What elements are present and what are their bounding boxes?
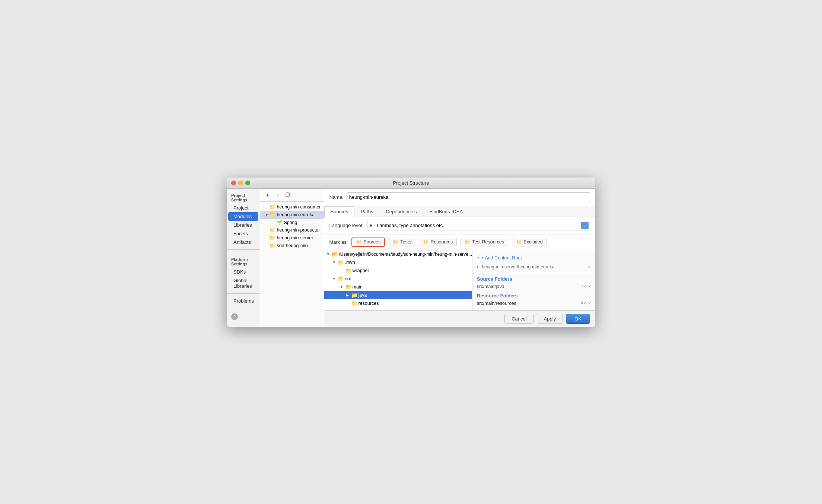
source-folder-entry: src/main/java P× × <box>477 283 591 290</box>
name-row: Name: <box>324 189 596 206</box>
project-structure-window: Project Structure Project Settings Proje… <box>227 178 595 327</box>
right-info-panel: + + Add Content Root /...heung-min-serve… <box>472 250 595 310</box>
sidebar-item-facets[interactable]: Facets <box>227 229 260 238</box>
tree-item-server-label: heung-min-server <box>277 235 313 240</box>
ftree-mvn-label: .mvn <box>345 260 355 265</box>
resource-folder-entry: src/main/resources P× × <box>477 300 591 307</box>
ftree-src-icon: 📁 <box>338 276 344 282</box>
add-content-root-button[interactable]: + + Add Content Root <box>477 254 591 262</box>
platform-settings-label: Platform Settings <box>227 253 260 268</box>
project-settings-label: Project Settings <box>227 189 260 204</box>
help-icon[interactable]: ? <box>231 313 238 320</box>
ftree-src[interactable]: ▼ 📁 src <box>324 275 472 283</box>
resource-folder-edit-button[interactable]: P× <box>580 301 586 306</box>
sidebar-item-problems[interactable]: Problems <box>227 297 260 305</box>
ftree-resources-icon: 📁 <box>351 300 357 306</box>
resource-folder-path: src/main/resources <box>477 301 516 306</box>
sidebar-bottom: ? <box>227 310 260 323</box>
module-toolbar: + − <box>260 189 324 202</box>
tree-item-productor[interactable]: 📁 heung-min-productor <box>260 226 324 234</box>
tree-item-consumer[interactable]: 📁 heung-min-consumer <box>260 203 324 211</box>
tree-item-spring[interactable]: 🌱 Spring <box>260 219 324 226</box>
tree-arrow-eureka: ▼ <box>265 213 269 217</box>
ftree-root-label: /Users/yejielin/Documents/study/son-heun… <box>339 252 472 257</box>
file-tree-panel: ▼ 📂 /Users/yejielin/Documents/study/son-… <box>324 250 473 310</box>
content-root-path-label: /...heung-min-server/heung-min-eureka <box>477 264 554 269</box>
ftree-root-arrow: ▼ <box>326 252 332 256</box>
remove-module-button[interactable]: − <box>274 191 282 199</box>
folder-icon: 📁 <box>269 204 275 210</box>
content-root-close-button[interactable]: × <box>588 264 591 270</box>
language-select[interactable]: 3 - Enums, for-each statement 5 - Enums,… <box>367 221 590 230</box>
close-button[interactable] <box>231 181 236 185</box>
excluded-btn-label: Excluded <box>523 239 542 245</box>
ftree-root-icon: 📂 <box>332 251 338 257</box>
sidebar-item-project[interactable]: Project <box>227 204 260 212</box>
svg-rect-1 <box>286 193 289 196</box>
source-folder-remove-button[interactable]: × <box>588 284 591 289</box>
tab-findbugs[interactable]: FindBugs-IDEA <box>423 206 469 217</box>
mark-sources-button[interactable]: 📁 Sources <box>351 237 385 247</box>
mark-test-resources-button[interactable]: 📁 Test Resources <box>461 238 508 246</box>
folder-icon-server: 📁 <box>269 235 275 241</box>
split-pane: ▼ 📂 /Users/yejielin/Documents/study/son-… <box>324 250 596 310</box>
ftree-mvn-arrow: ▼ <box>332 260 338 264</box>
language-select-wrapper: 3 - Enums, for-each statement 5 - Enums,… <box>367 221 590 230</box>
folder-icon-productor: 📁 <box>269 227 275 233</box>
sources-btn-label: Sources <box>363 239 380 245</box>
resource-folder-remove-button[interactable]: × <box>588 301 591 306</box>
tab-sources[interactable]: Sources <box>324 206 355 217</box>
resource-folders-label: Resource Folders <box>477 293 591 299</box>
sidebar-item-artifacts[interactable]: Artifacts <box>227 238 260 246</box>
sidebar-item-global-libraries[interactable]: Global Libraries <box>227 276 260 290</box>
ftree-mvn-icon: 📁 <box>338 259 344 265</box>
folder-icon-son: 📁 <box>269 243 275 249</box>
ftree-root[interactable]: ▼ 📂 /Users/yejielin/Documents/study/son-… <box>324 250 472 258</box>
traffic-lights <box>231 181 250 185</box>
tree-item-spring-label: Spring <box>284 220 297 225</box>
ftree-wrapper[interactable]: 📁 wrapper <box>324 267 472 275</box>
copy-icon <box>286 192 291 198</box>
copy-module-button[interactable] <box>284 191 292 199</box>
tab-dependencies[interactable]: Dependencies <box>379 206 423 217</box>
excluded-folder-icon: 📁 <box>516 239 522 245</box>
sidebar-item-sdks[interactable]: SDKs <box>227 268 260 276</box>
ftree-src-label: src <box>345 276 351 281</box>
maximize-button[interactable] <box>245 181 250 185</box>
mark-excluded-button[interactable]: 📁 Excluded <box>512 238 547 246</box>
mark-resources-button[interactable]: 📁 Resources <box>419 238 457 246</box>
ftree-main-label: main <box>353 284 363 290</box>
name-input[interactable] <box>347 192 590 202</box>
ok-button[interactable]: OK <box>566 314 590 324</box>
source-folder-edit-button[interactable]: P× <box>580 284 586 289</box>
folder-icon-eureka: 📁 <box>269 212 275 218</box>
ftree-mvn[interactable]: ▼ 📁 .mvn <box>324 258 472 267</box>
apply-button[interactable]: Apply <box>537 314 563 324</box>
module-panel: + − 📁 heung-min-consumer <box>260 189 324 327</box>
add-module-button[interactable]: + <box>263 191 271 199</box>
mark-tests-button[interactable]: 📁 Tests <box>389 238 415 246</box>
ftree-main[interactable]: ▼ 📁 main <box>324 283 472 291</box>
tree-item-son[interactable]: 📁 son-heung-min <box>260 242 324 250</box>
ftree-resources[interactable]: 📁 resources <box>324 299 472 307</box>
add-content-root-label: + Add Content Root <box>481 255 522 261</box>
tree-item-eureka-label: heung-min-eureka <box>277 212 314 217</box>
minimize-button[interactable] <box>238 181 243 185</box>
test-resources-btn-label: Test Resources <box>472 239 504 245</box>
tab-paths[interactable]: Paths <box>354 206 379 217</box>
title-bar: Project Structure <box>227 178 595 189</box>
ftree-src-arrow: ▼ <box>332 277 338 281</box>
tests-btn-label: Tests <box>400 239 411 245</box>
tabs-row: Sources Paths Dependencies FindBugs-IDEA <box>324 206 596 217</box>
sidebar-item-modules[interactable]: Modules <box>228 212 258 221</box>
tree-item-server[interactable]: 📁 heung-min-server <box>260 234 324 242</box>
tree-item-eureka[interactable]: ▼ 📁 heung-min-eureka <box>260 211 324 219</box>
tree-item-label: heung-min-consumer <box>277 204 321 210</box>
language-label: Language level: <box>329 223 364 228</box>
tests-folder-icon: 📁 <box>393 239 399 245</box>
cancel-button[interactable]: Cancel <box>504 314 533 324</box>
ftree-resources-label: resources <box>359 301 379 306</box>
window-body: Project Settings Project Modules Librari… <box>227 189 595 327</box>
ftree-java[interactable]: ▶ 📁 java <box>324 291 472 299</box>
sidebar-item-libraries[interactable]: Libraries <box>227 221 260 229</box>
